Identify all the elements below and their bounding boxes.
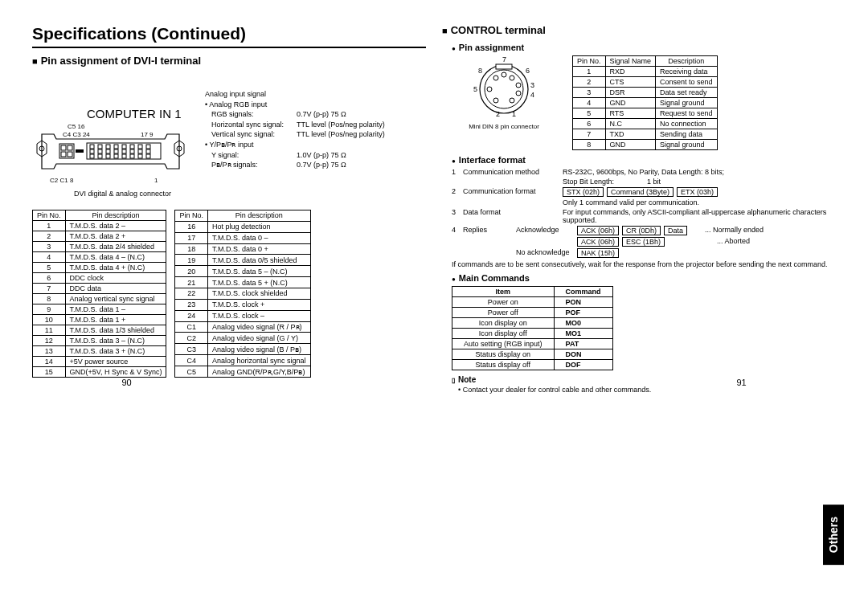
pin-assignment-subtitle: Pin assignment [452,43,836,52]
pin-table-1: Pin No.Pin description1T.M.D.S. data 2 –… [32,210,166,378]
svg-point-43 [516,83,521,88]
svg-point-41 [516,91,521,96]
commands-table: ItemCommandPower onPONPower offPOFIcon d… [452,286,613,370]
svg-text:4: 4 [530,91,534,99]
svg-rect-25 [130,149,134,153]
svg-point-45 [510,76,514,80]
dvi-connector-icon [32,129,189,174]
svg-point-37 [485,70,523,108]
signal-info: Analog input signal • Analog RGB input R… [205,89,385,170]
svg-text:7: 7 [502,55,506,63]
svg-rect-30 [106,154,110,158]
svg-rect-35 [146,154,150,158]
svg-rect-5 [59,144,74,158]
svg-point-46 [502,72,506,77]
svg-rect-26 [138,149,142,153]
svg-text:2: 2 [496,110,500,118]
svg-rect-14 [106,145,110,149]
din-caption: Mini DIN 8 pin connector [452,123,556,130]
svg-rect-6 [61,145,66,150]
svg-rect-31 [114,154,118,158]
svg-rect-9 [68,152,72,157]
pin-table-2: Pin No.Pin description16Hot plug detecti… [174,210,310,378]
svg-rect-8 [61,152,66,157]
svg-rect-22 [106,149,110,153]
svg-point-40 [510,98,514,103]
svg-rect-32 [122,154,126,158]
dvi-caption: DVI digital & analog connector [74,190,171,198]
interface-format-subtitle: Interface format [452,155,836,165]
svg-rect-27 [146,149,150,153]
computer-in-label: COMPUTER IN 1 [87,107,182,121]
control-section-title: CONTROL terminal [442,24,836,36]
svg-rect-33 [130,154,134,158]
svg-point-42 [487,87,492,92]
svg-rect-15 [114,145,118,149]
svg-rect-29 [98,154,102,158]
main-title: Specifications (Continued) [32,24,426,48]
svg-text:3: 3 [530,81,534,89]
svg-point-44 [493,76,498,80]
svg-text:8: 8 [478,67,482,75]
interface-format-block: 1Communication methodRS-232C, 9600bps, N… [442,168,836,268]
svg-text:6: 6 [526,67,530,75]
pin-label: 1 [154,177,158,184]
svg-rect-20 [90,149,94,153]
svg-rect-16 [122,145,126,149]
svg-rect-28 [90,154,94,158]
svg-rect-12 [90,145,94,149]
side-tab-others: Others [823,505,844,565]
svg-rect-18 [138,145,142,149]
svg-rect-38 [496,64,512,69]
svg-point-39 [493,98,498,103]
svg-rect-21 [98,149,102,153]
mini-din-icon: 21 453 86 7 [468,55,540,120]
svg-rect-23 [114,149,118,153]
svg-rect-19 [146,145,150,149]
svg-rect-24 [122,149,126,153]
svg-rect-10 [76,149,84,153]
control-pin-table: Pin No.Signal NameDescription1RXDReceivi… [572,55,718,150]
page-number-left: 90 [24,378,229,387]
main-commands-subtitle: Main Commands [452,273,836,283]
svg-text:1: 1 [512,110,516,118]
page-number-right: 91 [639,378,844,387]
svg-rect-17 [130,145,134,149]
svg-rect-7 [68,145,72,150]
svg-text:5: 5 [473,85,477,93]
svg-rect-34 [138,154,142,158]
svg-rect-13 [98,145,102,149]
pin-label: C2 C1 8 [50,177,73,184]
dvi-section-title: Pin assignment of DVI-I terminal [32,55,426,67]
